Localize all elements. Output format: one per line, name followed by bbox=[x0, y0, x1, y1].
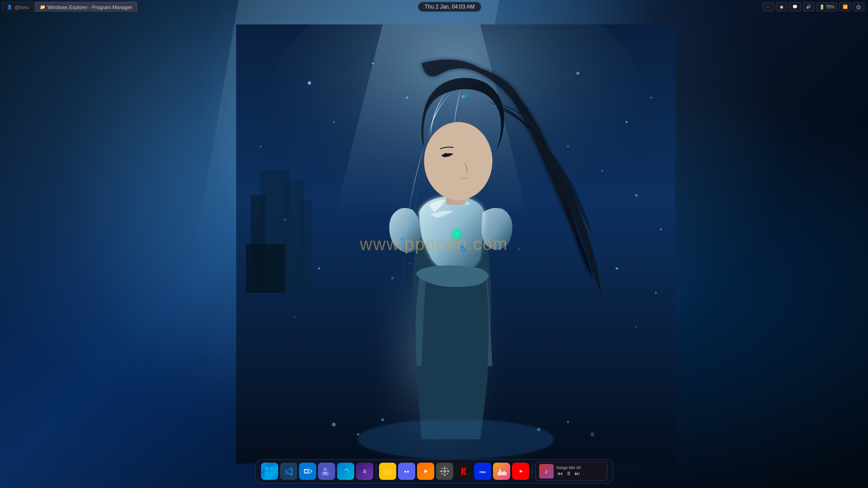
svg-point-63 bbox=[327, 468, 330, 470]
edge-icon bbox=[341, 466, 351, 476]
netflix-button[interactable] bbox=[455, 463, 472, 480]
tab-windows-explorer[interactable]: 📁 Windows Explorer - Program Manager bbox=[35, 2, 137, 12]
svg-point-20 bbox=[567, 146, 569, 147]
svg-point-15 bbox=[602, 170, 603, 171]
music-thumbnail: ♪ bbox=[539, 464, 554, 479]
datetime-display[interactable]: Thu 2 Jan, 04:03 AM bbox=[418, 2, 482, 12]
windows-icon bbox=[265, 466, 275, 476]
svg-point-9 bbox=[308, 81, 311, 84]
svg-point-38 bbox=[381, 418, 384, 421]
file-explorer-button[interactable] bbox=[379, 463, 396, 480]
svg-point-62 bbox=[323, 468, 327, 471]
svg-point-14 bbox=[626, 121, 627, 123]
photos-icon bbox=[497, 466, 507, 476]
menu-dots-button[interactable]: ··· bbox=[762, 2, 774, 11]
taskbar-top-right: ··· ⏺ 💬 🔊 🔋 78% 📶 ⏻ bbox=[762, 2, 868, 11]
svg-rect-8 bbox=[246, 244, 285, 293]
svg-point-58 bbox=[305, 470, 308, 473]
music-icon bbox=[421, 466, 431, 476]
svg-text:T: T bbox=[324, 472, 326, 475]
tab-luriu[interactable]: 👤 @luriu bbox=[2, 2, 34, 12]
svg-point-49 bbox=[391, 277, 394, 279]
music-title: Songs Mix 20 bbox=[556, 465, 603, 470]
taskbar-top-left: 👤 @luriu 📁 Windows Explorer - Program Ma… bbox=[0, 2, 137, 12]
svg-point-18 bbox=[260, 146, 261, 147]
battery-icon: 🔋 bbox=[819, 5, 825, 9]
teams-button[interactable]: T bbox=[318, 463, 335, 480]
svg-rect-52 bbox=[265, 467, 269, 471]
svg-point-30 bbox=[461, 95, 464, 98]
svg-rect-7 bbox=[299, 200, 312, 293]
svg-point-44 bbox=[616, 267, 618, 270]
desktop: www.ppoooo.com 👤 @luriu 📁 Windows Explor… bbox=[0, 0, 868, 488]
tab-explorer-label: Windows Explorer - Program Manager bbox=[47, 5, 132, 10]
teams-icon: T bbox=[322, 466, 332, 476]
file-explorer-icon bbox=[383, 466, 393, 476]
svg-point-43 bbox=[294, 317, 295, 318]
music-prev-button[interactable]: ⏮ bbox=[556, 470, 564, 477]
svg-point-66 bbox=[364, 471, 365, 473]
svg-point-72 bbox=[443, 470, 446, 473]
outlook-button[interactable] bbox=[299, 463, 316, 480]
svg-point-11 bbox=[333, 121, 334, 123]
battery-indicator[interactable]: 🔋 78% bbox=[816, 2, 837, 11]
svg-point-46 bbox=[655, 292, 657, 294]
svg-point-45 bbox=[636, 326, 637, 327]
volume-button[interactable]: 🔊 bbox=[803, 2, 815, 11]
music-widget: ♪ Songs Mix 20 ⏮ ⏸ ⏭ bbox=[535, 462, 607, 481]
folder-icon: 📁 bbox=[40, 5, 45, 9]
taskbar-bottom: T bbox=[255, 459, 613, 483]
music-pause-button[interactable]: ⏸ bbox=[565, 470, 572, 477]
svg-point-39 bbox=[537, 428, 541, 431]
taskbar-top-center: Thu 2 Jan, 04:03 AM bbox=[137, 2, 762, 12]
vscode-icon bbox=[284, 466, 294, 476]
copilot-button[interactable] bbox=[356, 463, 373, 480]
svg-point-48 bbox=[408, 262, 410, 264]
edge-button[interactable] bbox=[337, 463, 354, 480]
battery-level: 78% bbox=[825, 5, 835, 9]
youtube-button[interactable] bbox=[512, 463, 529, 480]
svg-point-13 bbox=[576, 72, 579, 75]
svg-point-36 bbox=[332, 422, 336, 426]
svg-rect-59 bbox=[308, 469, 312, 474]
svg-point-10 bbox=[372, 62, 374, 64]
copilot-icon bbox=[360, 466, 370, 476]
record-button[interactable]: ⏺ bbox=[776, 2, 787, 11]
svg-point-28 bbox=[446, 153, 447, 154]
settings-circle-button[interactable] bbox=[436, 463, 453, 480]
discord-button[interactable] bbox=[398, 463, 415, 480]
netflix-icon bbox=[459, 466, 469, 476]
vscode-button[interactable] bbox=[280, 463, 297, 480]
svg-point-22 bbox=[659, 228, 661, 230]
svg-point-35 bbox=[358, 420, 554, 459]
svg-point-67 bbox=[404, 471, 406, 473]
svg-point-42 bbox=[318, 267, 320, 269]
youtube-icon bbox=[516, 466, 526, 476]
wifi-button[interactable]: 📶 bbox=[839, 2, 851, 11]
wallpaper bbox=[0, 0, 868, 488]
windows-start-button[interactable] bbox=[261, 463, 278, 480]
svg-point-32 bbox=[454, 232, 459, 237]
svg-point-51 bbox=[518, 247, 521, 250]
music-player-button[interactable] bbox=[417, 463, 434, 480]
svg-point-47 bbox=[401, 237, 403, 240]
anime-wallpaper bbox=[174, 24, 738, 464]
svg-point-37 bbox=[357, 433, 359, 436]
svg-rect-54 bbox=[265, 472, 269, 476]
user-icon: 👤 bbox=[7, 5, 12, 9]
svg-point-50 bbox=[513, 223, 515, 225]
dock-separator-1 bbox=[376, 464, 376, 479]
hbomax-button[interactable]: max bbox=[474, 463, 491, 480]
music-next-button[interactable]: ⏭ bbox=[574, 470, 581, 477]
dock-separator-2 bbox=[532, 464, 532, 479]
svg-point-27 bbox=[445, 153, 447, 156]
hbomax-icon: max bbox=[478, 466, 488, 476]
svg-rect-55 bbox=[270, 472, 274, 476]
chat-button[interactable]: 💬 bbox=[789, 2, 801, 11]
photos-button[interactable] bbox=[493, 463, 510, 480]
svg-rect-53 bbox=[270, 467, 274, 471]
music-info: Songs Mix 20 ⏮ ⏸ ⏭ bbox=[556, 465, 603, 477]
svg-point-23 bbox=[650, 97, 651, 98]
power-button[interactable]: ⏻ bbox=[853, 2, 864, 11]
outlook-icon bbox=[303, 466, 313, 476]
